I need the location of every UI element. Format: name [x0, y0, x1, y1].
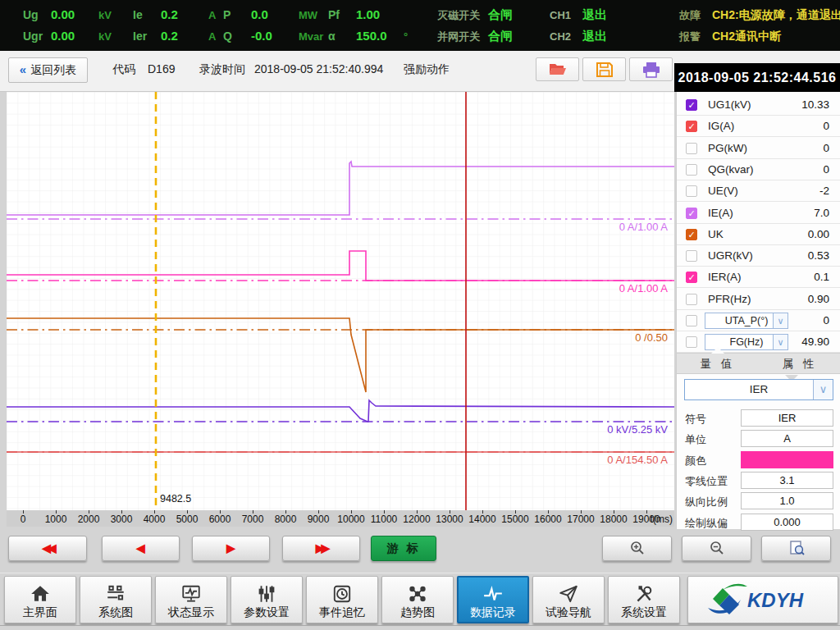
channel-checkbox[interactable]: ✓: [686, 229, 697, 240]
channel-checkbox[interactable]: [686, 294, 697, 305]
print-button[interactable]: [629, 57, 673, 81]
channel-row-UE(V)[interactable]: UE(V) -2: [677, 180, 840, 202]
zoom-preview-button[interactable]: [761, 536, 831, 561]
axis-tick-label: 1000: [45, 514, 67, 525]
channel-checkbox[interactable]: [686, 336, 697, 348]
tab-label: 主界面: [5, 605, 75, 620]
brand-logo-button[interactable]: KDYH: [687, 576, 838, 623]
axis-tick-label: 0: [21, 514, 26, 525]
axis-tick-label: 2000: [78, 514, 100, 525]
switch-灭磁开关: 灭磁开关合闸: [437, 4, 513, 25]
waveform-plot[interactable]: 0 A/1.00 A0 A/1.00 A0 /0.500 kV/5.25 kV0…: [7, 92, 674, 510]
time-axis: 0 1000 2000 3000 4000 5000 6000 7000 800…: [7, 510, 674, 527]
tab-values[interactable]: 量 值: [677, 354, 759, 375]
switch-status: 灭磁开关合闸并网开关合闸: [437, 4, 513, 25]
waveform-chart[interactable]: 0 A/1.00 A0 A/1.00 A0 /0.500 kV/5.25 kV0…: [7, 92, 674, 527]
channel-checkbox[interactable]: [686, 164, 697, 176]
bottom-divider: [0, 625, 840, 626]
playback-controls: ◀◀ ◀ ▶ ▶▶ 游 标: [0, 533, 840, 568]
prop-value[interactable]: 3.1: [741, 472, 833, 489]
channel-name-dropdown[interactable]: UTA_P(°)∨: [705, 313, 788, 329]
fast-forward-button[interactable]: ▶▶: [282, 536, 360, 561]
tab-状态显示[interactable]: 状态显示: [155, 576, 227, 623]
channel-checkbox[interactable]: [686, 315, 697, 326]
channel-checkbox[interactable]: ✓: [686, 272, 697, 283]
tab-label: 趋势图: [382, 605, 453, 620]
scale-label-IG: 0 A/154.50 A: [607, 454, 668, 466]
metric-Ier: Ier0.2A: [133, 25, 223, 48]
channel-checkbox[interactable]: ✓: [686, 99, 697, 111]
zoom-out-button[interactable]: [682, 536, 751, 561]
channel-row-UG1(kV)[interactable]: ✓UG1(kV) 10.33: [677, 94, 840, 116]
chevron-down-icon: ∨: [773, 335, 788, 349]
axis-tick-label: 15000: [501, 514, 528, 525]
axis-tick-label: 8000: [275, 514, 297, 525]
metrics-row-1: Ug0.00kV Ie0.2A P0.0MW Pf1.00: [23, 4, 427, 25]
channel-row-QG(kvar)[interactable]: QG(kvar) 0: [677, 159, 840, 180]
channel-row-PFR(Hz)[interactable]: PFR(Hz) 0.90: [677, 289, 840, 310]
tab-properties[interactable]: 属 性: [759, 354, 840, 375]
tab-趋势图[interactable]: 趋势图: [381, 576, 454, 623]
metric-Ie: Ie0.2A: [133, 4, 223, 26]
code-value: D169: [148, 62, 175, 75]
channel-row-FG(Hz)[interactable]: FG(Hz)∨ 49.90: [677, 331, 840, 353]
axis-tick-label: 6000: [209, 514, 231, 525]
metric-P: P0.0MW: [223, 4, 328, 26]
cursor-toggle-button[interactable]: 游 标: [371, 536, 436, 561]
channel-CH1: CH1退出: [550, 4, 607, 25]
axis-tick-label: 17000: [567, 514, 594, 525]
channel-checkbox[interactable]: [686, 185, 697, 197]
prop-value[interactable]: IER: [741, 409, 833, 427]
tab-事件追忆[interactable]: 事件追忆: [306, 576, 378, 623]
tab-参数设置[interactable]: 参数设置: [231, 576, 303, 623]
tab-试验导航[interactable]: 试验导航: [532, 576, 605, 623]
step-back-button[interactable]: ◀: [102, 536, 180, 561]
open-folder-icon: [548, 62, 568, 77]
panel-tabs: 量 值 属 性: [677, 353, 840, 374]
prop-label: 绘制纵偏: [685, 516, 728, 531]
code-label: 代码: [112, 62, 135, 77]
channel-row-UTA_P(°)[interactable]: UTA_P(°)∨ 0: [677, 310, 840, 331]
prop-value[interactable]: A: [741, 430, 833, 447]
channel-value: 0: [823, 163, 829, 176]
save-icon: [596, 62, 614, 78]
save-button[interactable]: [582, 57, 626, 81]
open-file-button[interactable]: [536, 57, 579, 81]
channel-selector-dropdown[interactable]: IER ∨: [684, 379, 833, 400]
channel-row-IER(A)[interactable]: ✓IER(A) 0.1: [677, 267, 840, 288]
step-forward-button[interactable]: ▶: [192, 536, 270, 561]
tab-数据记录[interactable]: 数据记录: [457, 576, 529, 623]
param-settings-icon: [231, 579, 302, 605]
rewind-button[interactable]: ◀◀: [8, 536, 87, 561]
metric-Pf: Pf1.00: [328, 4, 427, 25]
channel-row-IE(A)[interactable]: ✓IE(A) 7.0: [677, 203, 840, 224]
prop-row-单位: 单位A: [677, 429, 840, 450]
zoom-out-icon: [709, 540, 725, 556]
prop-value[interactable]: 0.000: [741, 514, 833, 531]
back-to-list-button[interactable]: «返回列表: [8, 57, 88, 83]
channel-value: 0.1: [814, 271, 829, 283]
tab-系统图[interactable]: 系统图: [80, 576, 152, 623]
channel-row-PG(kW)[interactable]: PG(kW) 0: [677, 138, 840, 159]
tab-label: 系统图: [80, 605, 151, 620]
metric-Ugr: Ugr0.00kV: [23, 25, 133, 48]
scale-label-IE: 0 A/1.00 A: [619, 221, 669, 233]
prop-label: 零线位置: [685, 474, 728, 489]
zoom-in-button[interactable]: [602, 536, 672, 561]
axis-tick-label: 9000: [308, 514, 330, 525]
axis-tick-label: 18000: [600, 514, 627, 525]
axis-tick-label: 14000: [468, 514, 495, 525]
prop-row-符号: 符号IER: [677, 409, 840, 429]
channel-row-UGR(kV)[interactable]: UGR(kV) 0.53: [677, 245, 840, 267]
channel-checkbox[interactable]: [686, 250, 697, 262]
channel-row-IG(A)[interactable]: ✓IG(A) 0: [677, 116, 840, 137]
tab-主界面[interactable]: 主界面: [4, 576, 76, 623]
channel-checkbox[interactable]: ✓: [686, 121, 697, 132]
channel-checkbox[interactable]: [686, 143, 697, 154]
tab-系统设置[interactable]: 系统设置: [608, 576, 680, 623]
color-swatch[interactable]: [741, 451, 833, 468]
channel-checkbox[interactable]: ✓: [686, 208, 697, 219]
axis-tick-label: 13000: [436, 514, 463, 525]
channel-row-UK[interactable]: ✓UK 0.00: [677, 224, 840, 245]
prop-value[interactable]: 1.0: [741, 492, 833, 509]
